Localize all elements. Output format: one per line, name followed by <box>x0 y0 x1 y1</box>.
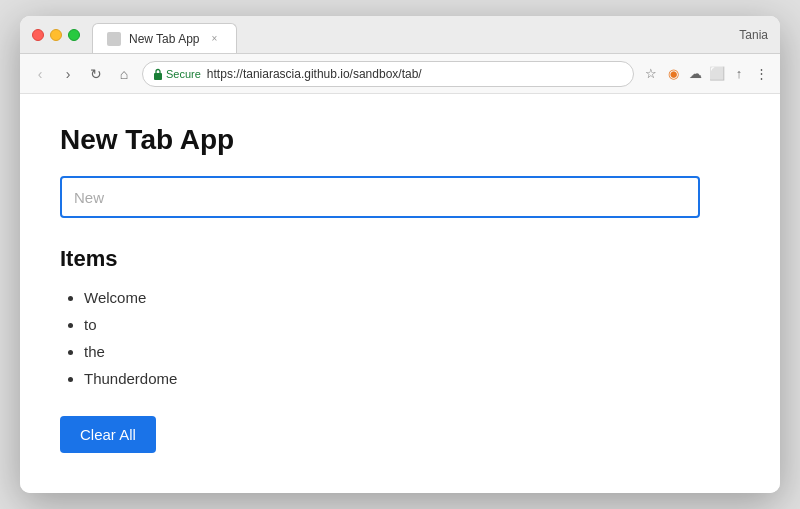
bookmark-icon[interactable]: ☆ <box>642 65 660 83</box>
list-item: to <box>84 311 740 338</box>
tab-favicon <box>107 32 121 46</box>
address-bar-icons: ☆ ◉ ☁ ⬜ ↑ ⋮ <box>642 65 770 83</box>
address-bar: ‹ › ↻ ⌂ Secure https://taniarascia.githu… <box>20 54 780 94</box>
browser-tab[interactable]: New Tab App × <box>92 23 237 53</box>
user-name-label: Tania <box>739 28 768 42</box>
url-text: https://taniarascia.github.io/sandbox/ta… <box>207 67 422 81</box>
tab-title: New Tab App <box>129 32 200 46</box>
minimize-window-button[interactable] <box>50 29 62 41</box>
url-bar[interactable]: Secure https://taniarascia.github.io/san… <box>142 61 634 87</box>
title-bar: New Tab App × Tania <box>20 16 780 54</box>
refresh-button[interactable]: ↻ <box>86 64 106 84</box>
page-content: New Tab App Items WelcometotheThunderdom… <box>20 94 780 493</box>
share-icon[interactable]: ↑ <box>730 65 748 83</box>
maximize-window-button[interactable] <box>68 29 80 41</box>
items-list: WelcometotheThunderdome <box>84 284 740 392</box>
cloud-icon[interactable]: ☁ <box>686 65 704 83</box>
tab-area: New Tab App × <box>92 16 237 53</box>
close-tab-button[interactable]: × <box>208 32 222 46</box>
lock-icon <box>153 68 163 80</box>
items-heading: Items <box>60 246 740 272</box>
forward-button[interactable]: › <box>58 64 78 84</box>
tablet-icon[interactable]: ⬜ <box>708 65 726 83</box>
list-item: Welcome <box>84 284 740 311</box>
svg-rect-0 <box>154 73 162 80</box>
home-button[interactable]: ⌂ <box>114 64 134 84</box>
list-item: the <box>84 338 740 365</box>
clear-all-button[interactable]: Clear All <box>60 416 156 453</box>
traffic-lights <box>32 29 80 41</box>
list-item: Thunderdome <box>84 365 740 392</box>
secure-label: Secure <box>166 68 201 80</box>
browser-window: New Tab App × Tania ‹ › ↻ ⌂ Secure <box>20 16 780 493</box>
back-button[interactable]: ‹ <box>30 64 50 84</box>
rss-icon[interactable]: ◉ <box>664 65 682 83</box>
menu-icon[interactable]: ⋮ <box>752 65 770 83</box>
page-title: New Tab App <box>60 124 740 156</box>
close-window-button[interactable] <box>32 29 44 41</box>
new-item-input[interactable] <box>60 176 700 218</box>
secure-badge: Secure <box>153 68 201 80</box>
